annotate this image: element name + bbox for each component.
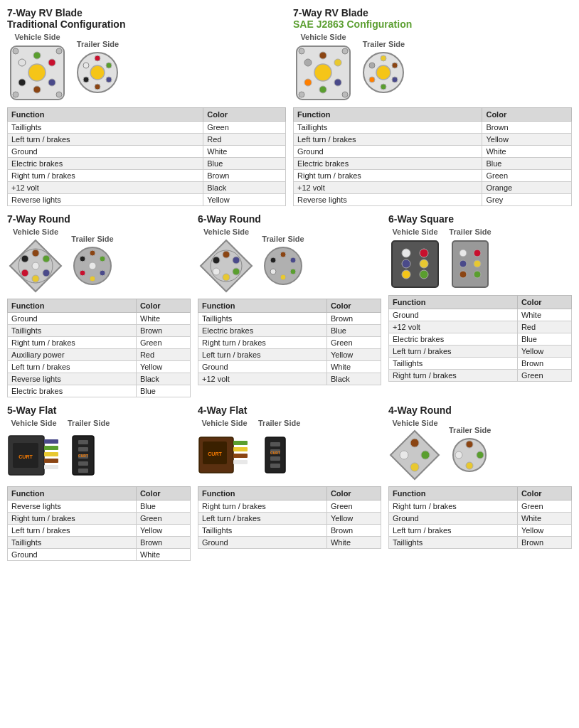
6way-square-table: Function Color GroundWhite +12 voltRed E… xyxy=(388,295,572,382)
svg-point-37 xyxy=(381,84,386,90)
trailer-side-label-7r: Trailer Side xyxy=(71,235,113,243)
svg-point-122 xyxy=(466,462,473,469)
svg-point-22 xyxy=(319,52,326,59)
svg-point-54 xyxy=(90,276,95,282)
svg-point-45 xyxy=(43,269,50,277)
7way-round-vehicle-icon xyxy=(7,237,64,294)
vehicle-side-label-6r: Vehicle Side xyxy=(203,228,249,236)
svg-point-50 xyxy=(89,262,96,269)
svg-point-11 xyxy=(56,92,62,97)
6way-round-table: Function Color TaillightsBrown Electric … xyxy=(198,299,381,385)
svg-point-10 xyxy=(13,92,18,97)
svg-point-73 xyxy=(402,249,410,257)
table-row: Reverse lightsGrey xyxy=(294,194,572,206)
svg-rect-103 xyxy=(233,447,248,451)
table-row: Left turn / brakesYellow xyxy=(8,361,191,373)
7way-rv-trailer-traditional-icon xyxy=(75,50,121,96)
svg-point-29 xyxy=(342,48,348,54)
svg-point-117 xyxy=(410,463,419,471)
section-title-6way-round: 6-Way Round xyxy=(198,213,381,225)
svg-rect-91 xyxy=(44,465,58,469)
table-row: Left turn / brakesYellow xyxy=(198,349,381,361)
vehicle-side-label-7r: Vehicle Side xyxy=(13,228,58,236)
vehicle-side-label-5f: Vehicle Side xyxy=(11,419,56,427)
table-row: Reverse lightsBlue xyxy=(8,500,191,513)
svg-point-46 xyxy=(32,275,39,282)
table-row: +12 voltRed xyxy=(389,321,572,333)
svg-point-1 xyxy=(28,64,46,81)
trailer-side-label-4r: Trailer Side xyxy=(449,426,491,434)
svg-point-43 xyxy=(32,250,39,257)
table-row: GroundWhite xyxy=(8,146,286,158)
svg-rect-105 xyxy=(233,460,248,464)
svg-point-78 xyxy=(420,270,428,279)
table-row: GroundWhite xyxy=(198,537,381,549)
svg-point-27 xyxy=(304,59,312,66)
svg-rect-112 xyxy=(270,464,280,468)
table-row: Reverse lightsYellow xyxy=(8,194,286,206)
svg-point-18 xyxy=(83,77,89,82)
4way-flat-trailer-icon: CURT xyxy=(262,429,297,482)
section-7way-rv-traditional: 7-Way RV Blade Traditional Configuration… xyxy=(7,7,286,206)
svg-point-63 xyxy=(213,268,220,275)
svg-point-83 xyxy=(474,260,481,267)
svg-point-67 xyxy=(290,257,296,263)
svg-text:CURT: CURT xyxy=(78,454,88,458)
table-row: GroundWhite xyxy=(389,309,572,321)
7way-trad-table: Function Color TaillightsGreen Left turn… xyxy=(7,107,286,206)
table-row: TaillightsBrown xyxy=(198,313,381,325)
7way-round-table: Function Color GroundWhite TaillightsBro… xyxy=(7,299,191,397)
svg-point-44 xyxy=(43,255,50,262)
col-function: Function xyxy=(198,487,327,500)
trailer-side-label-6r: Trailer Side xyxy=(262,235,304,243)
svg-point-85 xyxy=(474,271,481,278)
section-4way-flat: 4-Way Flat Vehicle Side CURT Trailer Sid… xyxy=(198,405,381,561)
svg-point-51 xyxy=(90,250,95,256)
trailer-side-label-4f: Trailer Side xyxy=(258,419,300,427)
svg-point-5 xyxy=(33,86,41,93)
table-row: +12 voltOrange xyxy=(294,182,572,194)
table-row: Left turn / brakesYellow xyxy=(389,346,572,358)
col-function: Function xyxy=(389,296,518,309)
section-7way-round: 7-Way Round Vehicle Side xyxy=(7,213,191,397)
vehicle-side-label-4r: Vehicle Side xyxy=(392,419,437,427)
vehicle-side-label-6sq: Vehicle Side xyxy=(392,228,437,236)
col-function: Function xyxy=(389,487,518,500)
section-title-7way-trad: 7-Way RV Blade xyxy=(7,7,286,18)
trailer-side-label-5f: Trailer Side xyxy=(68,419,110,427)
table-row: Electric brakesBlue xyxy=(8,385,191,397)
svg-point-23 xyxy=(334,59,341,66)
svg-point-39 xyxy=(369,63,375,68)
vehicle-side-label-sae: Vehicle Side xyxy=(300,33,346,41)
svg-point-81 xyxy=(474,250,481,257)
svg-point-28 xyxy=(299,48,304,54)
svg-point-69 xyxy=(280,274,286,280)
svg-text:CURT: CURT xyxy=(18,454,33,459)
section-6way-round: 6-Way Round Vehicle Side Trailer Sid xyxy=(198,213,381,397)
svg-point-7 xyxy=(18,59,26,66)
svg-rect-90 xyxy=(44,459,58,463)
table-row: TaillightsBrown xyxy=(389,358,572,370)
section-subtitle-7way-sae: SAE J2863 Configuration xyxy=(293,18,572,30)
svg-rect-104 xyxy=(233,454,248,458)
svg-point-53 xyxy=(100,270,105,276)
col-color: Color xyxy=(326,487,381,500)
svg-point-21 xyxy=(314,64,331,81)
table-row: Right turn / brakesGreen xyxy=(294,170,572,182)
svg-point-42 xyxy=(32,262,39,269)
5way-flat-trailer-icon: CURT xyxy=(69,429,108,482)
table-row: +12 voltBlack xyxy=(8,182,286,194)
table-row: Electric brakesBlue xyxy=(294,158,572,170)
7way-sae-table: Function Color TaillightsBrown Left turn… xyxy=(293,107,572,206)
table-row: Right turn / brakesGreen xyxy=(389,370,572,382)
svg-point-38 xyxy=(369,77,375,82)
4way-flat-table: Function Color Right turn / brakesGreen … xyxy=(198,486,381,549)
svg-point-14 xyxy=(95,55,100,61)
6way-round-trailer-icon xyxy=(262,245,304,287)
table-row: Right turn / brakesGreen xyxy=(198,500,381,513)
svg-point-80 xyxy=(460,250,467,257)
svg-rect-79 xyxy=(452,241,488,287)
svg-point-84 xyxy=(460,271,467,278)
col-function: Function xyxy=(8,108,203,122)
svg-rect-109 xyxy=(270,442,280,446)
